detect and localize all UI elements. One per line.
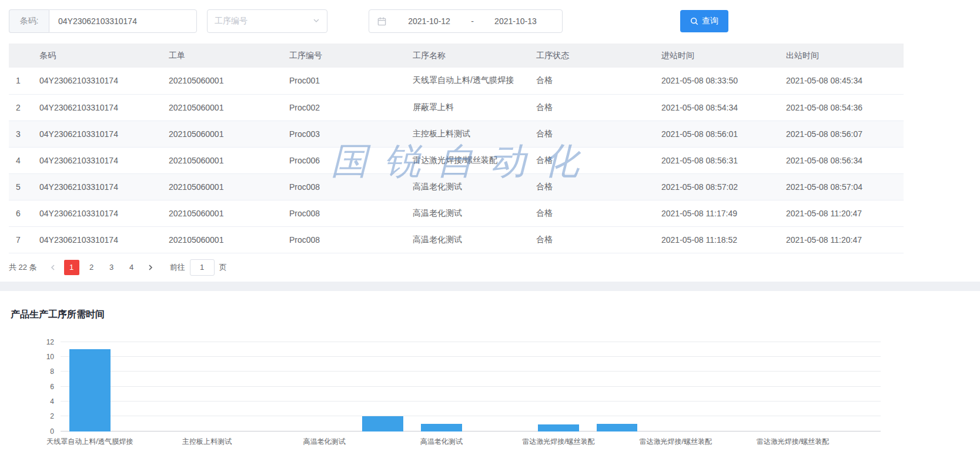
cell-proc: Proc002 bbox=[282, 94, 406, 121]
cell-name: 高温老化测试 bbox=[406, 226, 529, 253]
filter-bar: 条码: 工序编号 2021-10-12 - 2021-10-13 查询 bbox=[9, 0, 971, 44]
pagination: 共 22 条 1234 前往 页 bbox=[9, 253, 971, 282]
date-separator: - bbox=[467, 16, 477, 26]
page-button-4[interactable]: 4 bbox=[124, 260, 139, 275]
chart-slot bbox=[353, 342, 412, 431]
y-tick-label: 6 bbox=[50, 383, 54, 391]
cell-index: 6 bbox=[9, 200, 32, 226]
process-number-select[interactable]: 工序编号 bbox=[207, 9, 327, 33]
y-tick-label: 2 bbox=[50, 412, 54, 420]
cell-out: 2021-05-08 08:57:04 bbox=[779, 173, 904, 200]
cell-order: 202105060001 bbox=[162, 200, 282, 226]
x-axis-label: 高温老化测试 bbox=[303, 437, 345, 447]
cell-status: 合格 bbox=[529, 147, 654, 173]
cell-in: 2021-05-08 11:18:52 bbox=[654, 226, 779, 253]
chart-slot bbox=[236, 342, 295, 431]
goto-suffix: 页 bbox=[219, 262, 227, 273]
cell-out: 2021-05-08 08:56:34 bbox=[779, 147, 904, 173]
cell-proc: Proc008 bbox=[282, 173, 406, 200]
cell-index: 2 bbox=[9, 94, 32, 121]
chart-bar bbox=[597, 424, 638, 431]
chart-plot-area: 天线罩自动上料/透气膜焊接主控板上料测试高温老化测试高温老化测试雷达激光焊接/螺… bbox=[61, 342, 881, 431]
x-axis-label: 雷达激光焊接/螺丝装配 bbox=[640, 437, 712, 447]
cell-status: 合格 bbox=[529, 200, 654, 226]
table-row: 704Y23062103310174202105060001Proc008高温老… bbox=[9, 226, 904, 253]
table-row: 604Y23062103310174202105060001Proc008高温老… bbox=[9, 200, 904, 226]
chart-y-axis: 024681012 bbox=[11, 342, 58, 431]
cell-status: 合格 bbox=[529, 121, 654, 147]
search-button[interactable]: 查询 bbox=[680, 10, 728, 32]
next-page-button[interactable] bbox=[142, 259, 159, 276]
start-date[interactable]: 2021-10-12 bbox=[391, 16, 467, 26]
cell-order: 202105060001 bbox=[162, 147, 282, 173]
cell-in: 2021-05-08 08:56:31 bbox=[654, 147, 779, 173]
cell-order: 202105060001 bbox=[162, 121, 282, 147]
chart-slot: 高温老化测试 bbox=[412, 342, 471, 431]
barcode-filter: 条码: bbox=[9, 9, 197, 33]
chart-slot bbox=[705, 342, 764, 431]
table-row: 504Y23062103310174202105060001Proc008高温老… bbox=[9, 173, 904, 200]
chart-slot: 雷达激光焊接/螺丝装配 bbox=[646, 342, 705, 431]
col-process-name: 工序名称 bbox=[406, 44, 529, 68]
cell-order: 202105060001 bbox=[162, 68, 282, 94]
goto-page-input[interactable] bbox=[190, 259, 215, 276]
y-tick-label: 10 bbox=[46, 353, 54, 361]
query-result-panel: 条码: 工序编号 2021-10-12 - 2021-10-13 查询 bbox=[0, 0, 980, 282]
y-tick-label: 12 bbox=[46, 338, 54, 346]
chart-bar bbox=[538, 424, 579, 431]
table-row: 304Y23062103310174202105060001Proc003主控板… bbox=[9, 121, 904, 147]
y-tick-label: 8 bbox=[50, 367, 54, 376]
col-exit-time: 出站时间 bbox=[779, 44, 904, 68]
x-axis-label: 雷达激光焊接/螺丝装配 bbox=[757, 437, 829, 447]
table-header-row: 条码 工单 工序编号 工序名称 工序状态 进站时间 出站时间 bbox=[9, 44, 904, 68]
col-work-order: 工单 bbox=[162, 44, 282, 68]
search-icon bbox=[690, 17, 698, 25]
barcode-input[interactable] bbox=[49, 9, 197, 33]
x-axis-label: 天线罩自动上料/透气膜焊接 bbox=[46, 437, 133, 447]
cell-barcode: 04Y23062103310174 bbox=[32, 94, 162, 121]
chart-title: 产品生产工序所需时间 bbox=[11, 291, 969, 321]
page-button-2[interactable]: 2 bbox=[84, 260, 99, 275]
page-button-3[interactable]: 3 bbox=[104, 260, 119, 275]
cell-barcode: 04Y23062103310174 bbox=[32, 121, 162, 147]
cell-order: 202105060001 bbox=[162, 226, 282, 253]
x-axis-label: 主控板上料测试 bbox=[182, 437, 232, 447]
col-entry-time: 进站时间 bbox=[654, 44, 779, 68]
chart-slot: 主控板上料测试 bbox=[178, 342, 236, 431]
table-row: 204Y23062103310174202105060001Proc002屏蔽罩… bbox=[9, 94, 904, 121]
process-select-placeholder: 工序编号 bbox=[215, 16, 247, 26]
cell-in: 2021-05-08 08:33:50 bbox=[654, 68, 779, 94]
chart-slot: 雷达激光焊接/螺丝装配 bbox=[764, 342, 822, 431]
table-row: 404Y23062103310174202105060001Proc006雷达激… bbox=[9, 147, 904, 173]
cell-in: 2021-05-08 11:17:49 bbox=[654, 200, 779, 226]
chart-slot: 高温老化测试 bbox=[295, 342, 354, 431]
table-row: 104Y23062103310174202105060001Proc001天线罩… bbox=[9, 68, 904, 94]
cell-in: 2021-05-08 08:57:02 bbox=[654, 173, 779, 200]
cell-barcode: 04Y23062103310174 bbox=[32, 226, 162, 253]
chart-slot bbox=[119, 342, 178, 431]
goto-label: 前往 bbox=[170, 262, 185, 273]
y-tick-label: 4 bbox=[50, 397, 54, 406]
cell-proc: Proc008 bbox=[282, 226, 406, 253]
cell-barcode: 04Y23062103310174 bbox=[32, 68, 162, 94]
prev-page-button[interactable] bbox=[44, 259, 62, 276]
cell-out: 2021-05-08 08:45:34 bbox=[779, 68, 904, 94]
section-divider bbox=[0, 282, 980, 291]
chart-slot bbox=[822, 342, 881, 431]
page-button-1[interactable]: 1 bbox=[64, 260, 79, 275]
cell-order: 202105060001 bbox=[162, 94, 282, 121]
cell-barcode: 04Y23062103310174 bbox=[32, 200, 162, 226]
cell-in: 2021-05-08 08:56:01 bbox=[654, 121, 779, 147]
cell-in: 2021-05-08 08:54:34 bbox=[654, 94, 779, 121]
cell-status: 合格 bbox=[529, 94, 654, 121]
cell-order: 202105060001 bbox=[162, 173, 282, 200]
chart-slot bbox=[588, 342, 647, 431]
process-table: 条码 工单 工序编号 工序名称 工序状态 进站时间 出站时间 104Y23062… bbox=[9, 44, 971, 253]
cell-name: 主控板上料测试 bbox=[406, 121, 529, 147]
col-process-status: 工序状态 bbox=[529, 44, 654, 68]
end-date[interactable]: 2021-10-13 bbox=[477, 16, 554, 26]
cell-index: 1 bbox=[9, 68, 32, 94]
cell-proc: Proc008 bbox=[282, 200, 406, 226]
cell-out: 2021-05-08 08:56:07 bbox=[779, 121, 904, 147]
date-range-picker[interactable]: 2021-10-12 - 2021-10-13 bbox=[369, 9, 563, 33]
